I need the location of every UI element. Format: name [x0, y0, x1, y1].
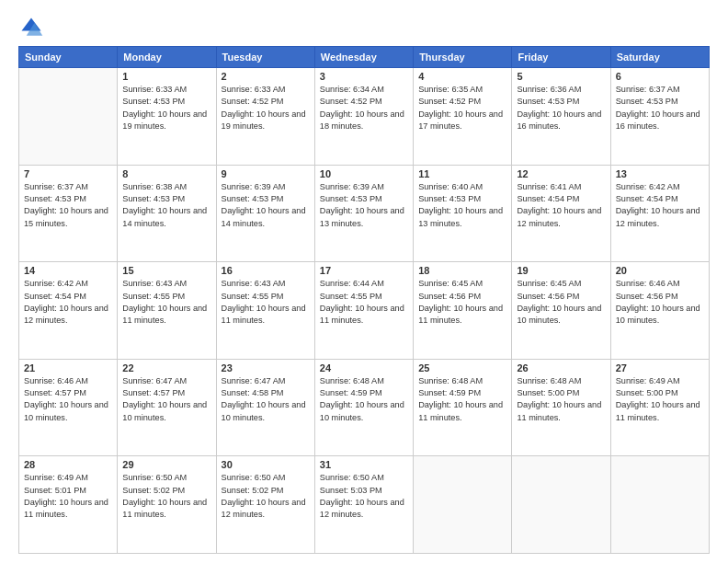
calendar-cell: 12Sunrise: 6:41 AMSunset: 4:54 PMDayligh…: [512, 165, 610, 262]
day-info: Sunrise: 6:37 AMSunset: 4:53 PMDaylight:…: [616, 84, 704, 132]
calendar-cell: 7Sunrise: 6:37 AMSunset: 4:53 PMDaylight…: [19, 165, 118, 262]
day-number: 28: [24, 459, 112, 470]
day-info: Sunrise: 6:36 AMSunset: 4:53 PMDaylight:…: [517, 84, 605, 132]
calendar-cell: [512, 456, 610, 554]
day-info: Sunrise: 6:46 AMSunset: 4:56 PMDaylight:…: [616, 278, 704, 327]
calendar-cell: 6Sunrise: 6:37 AMSunset: 4:53 PMDaylight…: [610, 68, 709, 166]
day-number: 10: [320, 168, 408, 179]
day-number: 29: [122, 459, 210, 470]
day-info: Sunrise: 6:39 AMSunset: 4:53 PMDaylight:…: [222, 181, 310, 230]
logo-icon: [18, 15, 44, 40]
calendar-cell: 13Sunrise: 6:42 AMSunset: 4:54 PMDayligh…: [610, 165, 709, 262]
calendar-cell: 1Sunrise: 6:33 AMSunset: 4:53 PMDaylight…: [118, 68, 216, 166]
calendar-cell: 18Sunrise: 6:45 AMSunset: 4:56 PMDayligh…: [414, 262, 512, 360]
calendar-week-row: 21Sunrise: 6:46 AMSunset: 4:57 PMDayligh…: [19, 359, 710, 456]
day-number: 17: [320, 265, 408, 276]
day-info: Sunrise: 6:42 AMSunset: 4:54 PMDaylight:…: [616, 181, 704, 230]
calendar-cell: 3Sunrise: 6:34 AMSunset: 4:52 PMDaylight…: [314, 68, 413, 166]
calendar-cell: [610, 456, 709, 554]
calendar-week-row: 14Sunrise: 6:42 AMSunset: 4:54 PMDayligh…: [19, 262, 710, 360]
day-number: 4: [418, 71, 506, 82]
day-number: 19: [517, 265, 605, 276]
weekday-header-row: SundayMondayTuesdayWednesdayThursdayFrid…: [19, 47, 710, 68]
calendar-cell: 21Sunrise: 6:46 AMSunset: 4:57 PMDayligh…: [19, 359, 118, 456]
day-number: 6: [616, 71, 704, 82]
calendar-cell: 16Sunrise: 6:43 AMSunset: 4:55 PMDayligh…: [216, 262, 314, 360]
day-number: 11: [418, 168, 506, 179]
day-number: 7: [24, 168, 112, 179]
day-number: 12: [517, 168, 605, 179]
weekday-header-saturday: Saturday: [610, 47, 709, 68]
day-info: Sunrise: 6:33 AMSunset: 4:53 PMDaylight:…: [122, 84, 210, 132]
calendar-cell: 14Sunrise: 6:42 AMSunset: 4:54 PMDayligh…: [19, 262, 118, 360]
day-number: 27: [616, 362, 704, 373]
day-number: 23: [222, 362, 310, 373]
day-number: 26: [517, 362, 605, 373]
day-number: 2: [222, 71, 310, 82]
calendar-cell: [414, 456, 512, 554]
day-number: 14: [24, 265, 112, 276]
day-info: Sunrise: 6:49 AMSunset: 5:00 PMDaylight:…: [616, 375, 704, 424]
calendar-cell: 20Sunrise: 6:46 AMSunset: 4:56 PMDayligh…: [610, 262, 709, 360]
calendar-cell: 17Sunrise: 6:44 AMSunset: 4:55 PMDayligh…: [314, 262, 413, 360]
day-info: Sunrise: 6:50 AMSunset: 5:02 PMDaylight:…: [222, 472, 310, 521]
calendar-week-row: 1Sunrise: 6:33 AMSunset: 4:53 PMDaylight…: [19, 68, 710, 166]
day-number: 24: [320, 362, 408, 373]
calendar-cell: 30Sunrise: 6:50 AMSunset: 5:02 PMDayligh…: [216, 456, 314, 554]
calendar-cell: 27Sunrise: 6:49 AMSunset: 5:00 PMDayligh…: [610, 359, 709, 456]
day-number: 18: [418, 265, 506, 276]
calendar-cell: 5Sunrise: 6:36 AMSunset: 4:53 PMDaylight…: [512, 68, 610, 166]
day-info: Sunrise: 6:47 AMSunset: 4:58 PMDaylight:…: [222, 375, 310, 424]
day-info: Sunrise: 6:42 AMSunset: 4:54 PMDaylight:…: [24, 278, 112, 327]
calendar-cell: 19Sunrise: 6:45 AMSunset: 4:56 PMDayligh…: [512, 262, 610, 360]
weekday-header-tuesday: Tuesday: [216, 47, 314, 68]
day-info: Sunrise: 6:47 AMSunset: 4:57 PMDaylight:…: [122, 375, 210, 424]
day-info: Sunrise: 6:45 AMSunset: 4:56 PMDaylight:…: [418, 278, 506, 327]
calendar-table: SundayMondayTuesdayWednesdayThursdayFrid…: [18, 46, 710, 554]
day-number: 9: [222, 168, 310, 179]
weekday-header-thursday: Thursday: [414, 47, 512, 68]
day-info: Sunrise: 6:43 AMSunset: 4:55 PMDaylight:…: [222, 278, 310, 327]
calendar-cell: 31Sunrise: 6:50 AMSunset: 5:03 PMDayligh…: [314, 456, 413, 554]
day-number: 13: [616, 168, 704, 179]
day-number: 30: [222, 459, 310, 470]
day-number: 8: [122, 168, 210, 179]
logo: [18, 15, 48, 40]
header: [18, 15, 710, 40]
day-number: 16: [222, 265, 310, 276]
calendar-cell: 22Sunrise: 6:47 AMSunset: 4:57 PMDayligh…: [118, 359, 216, 456]
day-info: Sunrise: 6:41 AMSunset: 4:54 PMDaylight:…: [517, 181, 605, 230]
weekday-header-monday: Monday: [118, 47, 216, 68]
day-number: 3: [320, 71, 408, 82]
day-info: Sunrise: 6:33 AMSunset: 4:52 PMDaylight:…: [222, 84, 310, 132]
day-info: Sunrise: 6:45 AMSunset: 4:56 PMDaylight:…: [517, 278, 605, 327]
calendar-cell: [19, 68, 118, 166]
day-info: Sunrise: 6:48 AMSunset: 4:59 PMDaylight:…: [320, 375, 408, 424]
day-number: 21: [24, 362, 112, 373]
day-info: Sunrise: 6:37 AMSunset: 4:53 PMDaylight:…: [24, 181, 112, 230]
calendar-cell: 23Sunrise: 6:47 AMSunset: 4:58 PMDayligh…: [216, 359, 314, 456]
day-number: 15: [122, 265, 210, 276]
weekday-header-friday: Friday: [512, 47, 610, 68]
day-number: 31: [320, 459, 408, 470]
day-info: Sunrise: 6:34 AMSunset: 4:52 PMDaylight:…: [320, 84, 408, 132]
day-info: Sunrise: 6:49 AMSunset: 5:01 PMDaylight:…: [24, 472, 112, 521]
day-info: Sunrise: 6:50 AMSunset: 5:03 PMDaylight:…: [320, 472, 408, 521]
calendar-cell: 29Sunrise: 6:50 AMSunset: 5:02 PMDayligh…: [118, 456, 216, 554]
calendar-week-row: 28Sunrise: 6:49 AMSunset: 5:01 PMDayligh…: [19, 456, 710, 554]
calendar-cell: 8Sunrise: 6:38 AMSunset: 4:53 PMDaylight…: [118, 165, 216, 262]
day-info: Sunrise: 6:48 AMSunset: 5:00 PMDaylight:…: [517, 375, 605, 424]
calendar-cell: 15Sunrise: 6:43 AMSunset: 4:55 PMDayligh…: [118, 262, 216, 360]
calendar-cell: 28Sunrise: 6:49 AMSunset: 5:01 PMDayligh…: [19, 456, 118, 554]
day-info: Sunrise: 6:40 AMSunset: 4:53 PMDaylight:…: [418, 181, 506, 230]
weekday-header-wednesday: Wednesday: [314, 47, 413, 68]
calendar-cell: 11Sunrise: 6:40 AMSunset: 4:53 PMDayligh…: [414, 165, 512, 262]
day-number: 25: [418, 362, 506, 373]
calendar-cell: 2Sunrise: 6:33 AMSunset: 4:52 PMDaylight…: [216, 68, 314, 166]
calendar-cell: 10Sunrise: 6:39 AMSunset: 4:53 PMDayligh…: [314, 165, 413, 262]
day-info: Sunrise: 6:38 AMSunset: 4:53 PMDaylight:…: [122, 181, 210, 230]
day-info: Sunrise: 6:44 AMSunset: 4:55 PMDaylight:…: [320, 278, 408, 327]
calendar-cell: 4Sunrise: 6:35 AMSunset: 4:52 PMDaylight…: [414, 68, 512, 166]
day-info: Sunrise: 6:50 AMSunset: 5:02 PMDaylight:…: [122, 472, 210, 521]
day-info: Sunrise: 6:35 AMSunset: 4:52 PMDaylight:…: [418, 84, 506, 132]
